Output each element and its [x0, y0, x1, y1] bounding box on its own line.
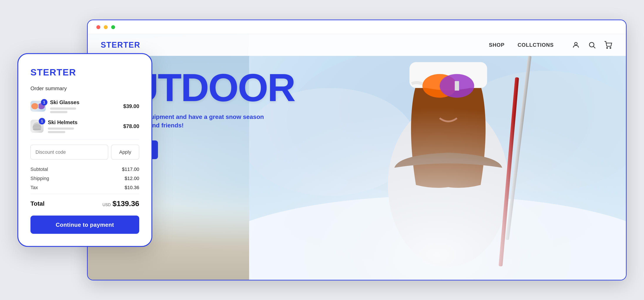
product-row-glasses: 1 Ski Glasses $39.00 [30, 99, 139, 113]
meta-line-2 [50, 111, 68, 113]
svg-rect-14 [249, 34, 626, 280]
search-icon[interactable] [587, 40, 597, 50]
total-label: Total [30, 200, 44, 207]
card-logo: STERTER [30, 67, 139, 78]
product-thumb-helmets-wrap: 1 [30, 120, 44, 133]
product-info-helmets: Ski Helmets [48, 119, 119, 133]
svg-point-16 [590, 42, 594, 47]
browser-dot-yellow [104, 25, 108, 29]
subtotal-value: $117.00 [122, 167, 139, 172]
hero-image [249, 34, 626, 280]
website: STERTER SHOP COLLCTIONS [88, 34, 626, 280]
product-meta-helmets [48, 128, 119, 133]
browser-bar [88, 20, 626, 34]
browser-window: STERTER SHOP COLLCTIONS [87, 19, 626, 281]
divider-total [30, 194, 139, 194]
product-price-glasses: $39.00 [123, 103, 139, 109]
svg-rect-23 [33, 128, 41, 130]
product-meta-glasses [50, 108, 119, 113]
product-info-glasses: Ski Glasses [50, 99, 119, 113]
apply-discount-button[interactable]: Apply [111, 145, 139, 160]
meta-line-3 [48, 128, 74, 130]
nav-link-collections[interactable]: COLLCTIONS [518, 42, 554, 48]
shipping-label: Shipping [30, 176, 49, 181]
total-value-wrap: USD $139.36 [102, 199, 139, 208]
product-row-helmets: 1 Ski Helmets $78.00 [30, 119, 139, 133]
svg-point-19 [610, 47, 611, 48]
qty-badge-helmets: 1 [39, 118, 45, 125]
product-name-helmets: Ski Helmets [48, 119, 119, 125]
discount-row: Apply [30, 145, 139, 160]
browser-dot-red [96, 25, 100, 29]
product-name-glasses: Ski Glasses [50, 99, 119, 105]
svg-point-15 [574, 42, 577, 45]
navbar: STERTER SHOP COLLCTIONS [88, 34, 626, 56]
discount-code-input[interactable] [30, 145, 108, 160]
nav-link-shop[interactable]: SHOP [489, 42, 504, 48]
svg-rect-22 [38, 105, 39, 108]
nav-logo: STERTER [101, 40, 489, 49]
total-currency: USD [102, 203, 111, 207]
browser-dot-green [111, 25, 115, 29]
product-thumb-glasses-wrap: 1 [30, 101, 46, 112]
cart-icon[interactable] [603, 40, 613, 50]
divider-top [30, 139, 139, 140]
svg-point-20 [31, 103, 38, 109]
tax-value: $10.36 [125, 185, 139, 190]
shipping-value: $12.00 [125, 176, 139, 181]
nav-icons [571, 40, 613, 50]
subtotal-label: Subtotal [30, 167, 48, 172]
nav-links: SHOP COLLCTIONS [489, 42, 554, 48]
qty-badge-glasses: 1 [41, 99, 48, 106]
user-icon[interactable] [571, 40, 581, 50]
svg-point-18 [606, 47, 608, 48]
shipping-row: Shipping $12.00 [30, 176, 139, 181]
meta-line-1 [50, 108, 76, 110]
continue-to-payment-button[interactable]: Continue to payment [30, 216, 139, 234]
svg-line-17 [594, 46, 595, 48]
mobile-card: STERTER Order summary 1 Ski Glasses [18, 53, 152, 247]
total-row: Total USD $139.36 [30, 199, 139, 208]
meta-line-4 [48, 131, 65, 133]
subtotal-row: Subtotal $117.00 [30, 167, 139, 172]
order-summary-label: Order summary [30, 85, 139, 91]
tax-label: Tax [30, 185, 38, 190]
product-price-helmets: $78.00 [123, 123, 139, 129]
tax-row: Tax $10.36 [30, 185, 139, 190]
totals-section: Subtotal $117.00 Shipping $12.00 Tax $10… [30, 167, 139, 208]
total-amount: $139.36 [112, 199, 139, 208]
